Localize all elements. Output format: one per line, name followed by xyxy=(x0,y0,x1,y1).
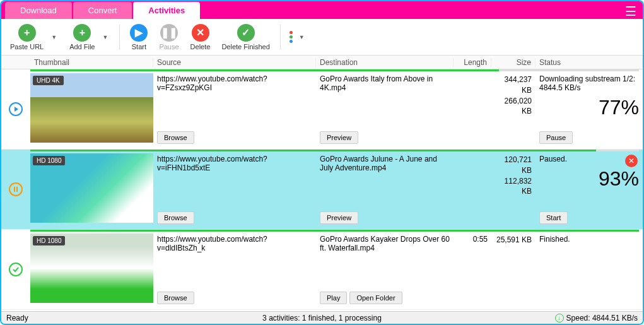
thumbnail: HD 1080 xyxy=(30,233,153,303)
destination-name: GoPro Awards Kayaker Drops Over 60 ft. W… xyxy=(320,235,450,252)
browse-button[interactable]: Browse xyxy=(157,211,194,224)
status-activities: 3 activities: 1 finished, 1 processing xyxy=(262,314,382,322)
add-file-dropdown[interactable]: ▼ xyxy=(102,34,113,40)
thumbnail: UHD 4K xyxy=(30,73,153,143)
tab-convert[interactable]: Convert xyxy=(73,2,132,19)
menu-icon[interactable]: ☰ xyxy=(625,4,636,19)
paste-url-button[interactable]: +Paste URL xyxy=(6,23,47,52)
status-text: Finished. xyxy=(539,235,639,244)
length xyxy=(454,69,491,149)
preview-button[interactable]: Preview xyxy=(320,131,358,144)
download-icon: ↓ xyxy=(555,314,564,322)
percent: 93% xyxy=(539,167,639,191)
state-icon-finished xyxy=(1,230,30,309)
source-url: https://www.youtube.com/watch?v=FZsxz9Zp… xyxy=(157,74,312,92)
col-size[interactable]: Size xyxy=(491,58,536,67)
status-text: Downloading substream 1/2: 4844.5 KB/s xyxy=(539,74,639,92)
col-status[interactable]: Status xyxy=(536,58,643,67)
source-url: https://www.youtube.com/watch?v=iFHN1bd5… xyxy=(157,155,312,172)
destination-name: GoPro Awards Julune - A June and July Ad… xyxy=(320,155,450,172)
delete-finished-button[interactable]: ✓Delete Finished xyxy=(218,23,273,52)
preview-button[interactable]: Preview xyxy=(320,211,358,224)
activity-list: UHD 4K https://www.youtube.com/watch?v=F… xyxy=(1,69,643,311)
thumbnail: HD 1080 xyxy=(30,153,153,223)
svg-rect-2 xyxy=(14,187,15,192)
status-speed: Speed: 4844.51 KB/s xyxy=(566,314,638,322)
column-headers: Thumbnail Source Destination Length Size… xyxy=(1,56,643,69)
table-row[interactable]: UHD 4K https://www.youtube.com/watch?v=F… xyxy=(1,69,643,150)
col-length[interactable]: Length xyxy=(454,58,491,67)
toolbar: +Paste URL ▼ +Add File ▼ ▶Start ❚❚Pause … xyxy=(1,19,643,56)
state-icon-paused xyxy=(1,150,30,229)
source-url: https://www.youtube.com/watch?v=dldIBtsZ… xyxy=(157,235,312,252)
table-row[interactable]: HD 1080 https://www.youtube.com/watch?v=… xyxy=(1,150,643,230)
table-row[interactable]: HD 1080 https://www.youtube.com/watch?v=… xyxy=(1,230,643,310)
length xyxy=(454,150,491,229)
more-dropdown[interactable]: ▼ xyxy=(299,34,310,40)
more-button[interactable] xyxy=(287,31,295,43)
browse-button[interactable]: Browse xyxy=(157,131,194,144)
pause-button: ❚❚Pause xyxy=(155,23,182,52)
start-button[interactable]: ▶Start xyxy=(126,23,151,52)
destination-name: GoPro Awards Italy from Above in 4K.mp4 xyxy=(320,74,450,92)
browse-button[interactable]: Browse xyxy=(157,292,194,304)
percent: 77% xyxy=(539,96,639,119)
col-destination[interactable]: Destination xyxy=(316,58,454,67)
svg-point-4 xyxy=(9,263,22,276)
open-folder-button[interactable]: Open Folder xyxy=(349,292,402,304)
size: 120,721 KB112,832 KB xyxy=(491,150,536,229)
size: 25,591 KB xyxy=(491,230,536,309)
status-text: Paused. xyxy=(539,155,639,163)
close-icon[interactable]: ✕ xyxy=(625,155,638,167)
tab-activities[interactable]: Activities xyxy=(133,2,200,19)
status-bar: Ready 3 activities: 1 finished, 1 proces… xyxy=(1,311,643,324)
tab-bar: Download Convert Activities ☰ xyxy=(1,1,643,19)
svg-rect-3 xyxy=(16,187,18,192)
state-icon-downloading xyxy=(1,69,30,149)
pause-row-button[interactable]: Pause xyxy=(539,131,573,144)
start-row-button[interactable]: Start xyxy=(539,211,568,224)
add-file-button[interactable]: +Add File xyxy=(66,23,98,52)
size: 344,237 KB266,020 KB xyxy=(491,69,536,149)
status-ready: Ready xyxy=(6,314,28,322)
paste-url-dropdown[interactable]: ▼ xyxy=(51,34,62,40)
col-thumbnail[interactable]: Thumbnail xyxy=(30,58,153,67)
tab-download[interactable]: Download xyxy=(5,2,72,19)
svg-point-1 xyxy=(9,183,22,196)
col-source[interactable]: Source xyxy=(153,58,316,67)
play-button[interactable]: Play xyxy=(320,292,347,304)
length: 0:55 xyxy=(454,230,491,309)
delete-button[interactable]: ✕Delete xyxy=(187,23,214,52)
